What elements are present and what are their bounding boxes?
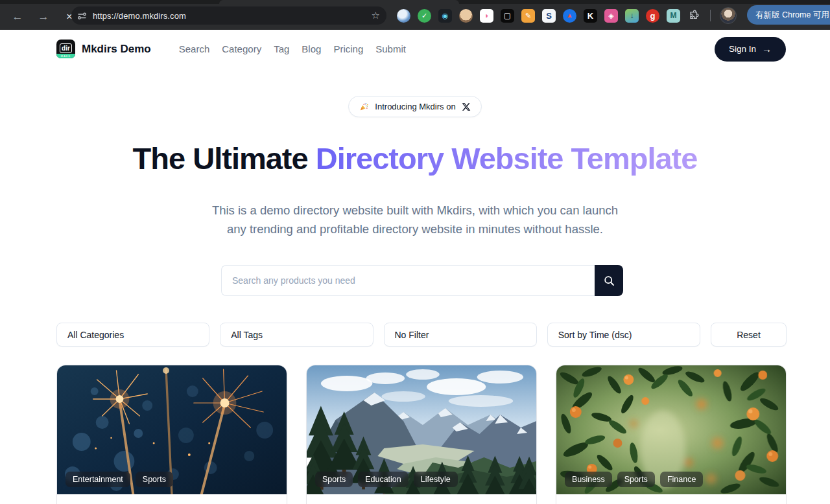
hero-description: This is a demo directory website built w… [0, 201, 830, 238]
main-nav: Search Category Tag Blog Pricing Submit [179, 43, 406, 54]
rss-reader-extension[interactable]: ◗ [480, 9, 493, 23]
listing-cards: Entertainment Sports [56, 365, 787, 504]
green-check-extension[interactable]: ✓ [418, 9, 431, 23]
page-title: The Ultimate Directory Website Template [0, 141, 830, 176]
url-bar[interactable]: https://demo.mkdirs.com ☆ [71, 6, 386, 25]
react-devtools-extension[interactable]: ◉ [438, 9, 452, 23]
title-gradient: Directory Website Template [316, 141, 698, 176]
profile-avatar[interactable] [720, 7, 737, 24]
search-bar [221, 265, 623, 296]
bookmark-star-icon[interactable]: ☆ [372, 10, 380, 21]
browser-chrome: ← → × https://demo.mkdirs.com ☆ ✓ ◉ ◗ ▢ … [0, 0, 830, 30]
nav-submit[interactable]: Submit [375, 43, 406, 54]
nav-blog[interactable]: Blog [302, 43, 321, 54]
card-image-mountain-valley: Sports Education Lifestyle [307, 365, 536, 494]
categories-dropdown[interactable]: All Categories [56, 323, 209, 347]
filter-dropdown[interactable]: No Filter [384, 323, 537, 347]
kagi-extension[interactable]: K [584, 9, 597, 23]
tag-pill[interactable]: Lifestyle [414, 472, 458, 487]
search-icon [604, 275, 615, 286]
arrow-right-icon: → [762, 43, 772, 54]
chrome-update-chip[interactable]: 有新版 Chrome 可用 [747, 5, 830, 25]
announcement-badge[interactable]: Introducing Mkdirs on [348, 96, 481, 117]
extensions-puzzle-icon[interactable] [687, 9, 701, 23]
tag-pill[interactable]: Sports [617, 472, 655, 487]
url-text[interactable]: https://demo.mkdirs.com [93, 11, 372, 21]
tag-pill[interactable]: Education [358, 472, 409, 487]
nav-tag[interactable]: Tag [274, 43, 289, 54]
site-header: dir MAKE Mkdirs Demo Search Category Tag… [0, 30, 830, 68]
search-input[interactable] [221, 265, 595, 296]
tab-strip [0, 0, 830, 4]
party-popper-icon [359, 102, 369, 111]
reset-button[interactable]: Reset [711, 323, 787, 347]
listing-card-sparklers[interactable]: Entertainment Sports [56, 365, 287, 504]
nav-pricing[interactable]: Pricing [333, 43, 363, 54]
tag-pill[interactable]: Sports [315, 472, 353, 487]
oval-logo-extension[interactable] [397, 9, 410, 23]
tag-pill[interactable]: Finance [660, 472, 703, 487]
sign-in-label: Sign In [729, 44, 756, 54]
announcement-text: Introducing Mkdirs on [375, 102, 455, 111]
sign-in-button[interactable]: Sign In → [715, 37, 786, 62]
site-logo[interactable]: dir MAKE [56, 40, 75, 58]
description-line-2: any trending and profitable directory we… [227, 222, 603, 236]
extensions-row: ✓ ◉ ◗ ▢ ✎ S ▲ K ◈ ↓ g M [397, 6, 737, 25]
sort-dropdown[interactable]: Sort by Time (dsc) [547, 323, 700, 347]
orange-notes-extension[interactable]: ✎ [521, 9, 535, 23]
page: dir MAKE Mkdirs Demo Search Category Tag… [0, 30, 830, 504]
nav-category[interactable]: Category [222, 43, 261, 54]
tag-pill[interactable]: Entertainment [65, 472, 130, 487]
tags-dropdown[interactable]: All Tags [220, 323, 373, 347]
black-frame-extension[interactable]: ▢ [501, 9, 514, 23]
logo-strip-text: MAKE [56, 54, 75, 58]
s-letter-extension[interactable]: S [542, 9, 556, 23]
site-settings-icon[interactable] [77, 11, 87, 21]
toolbar-separator [710, 10, 711, 21]
card-image-orange-grove: Business Sports Finance [556, 365, 786, 494]
logo-dir-text: dir [60, 43, 72, 53]
listing-card-oranges[interactable]: Business Sports Finance [556, 365, 787, 504]
grammar-extension[interactable]: g [646, 9, 659, 23]
forward-button[interactable]: → [35, 8, 52, 25]
card-image-sparklers-night: Entertainment Sports [57, 365, 287, 494]
x-logo-icon [462, 102, 471, 111]
back-button[interactable]: ← [9, 8, 26, 25]
active-tab-edge [219, 0, 459, 4]
downloader-extension[interactable]: ↓ [625, 9, 639, 23]
nav-search[interactable]: Search [179, 43, 210, 54]
brand-name[interactable]: Mkdirs Demo [82, 43, 151, 56]
avatar-face-extension[interactable] [459, 9, 473, 23]
tag-pill[interactable]: Sports [136, 472, 173, 487]
m-letter-extension[interactable]: M [667, 9, 680, 23]
search-button[interactable] [595, 265, 623, 296]
blue-rocket-extension[interactable]: ▲ [563, 9, 576, 23]
description-line-1: This is a demo directory website built w… [212, 203, 618, 217]
pink-person-extension[interactable]: ◈ [604, 9, 618, 23]
tag-pill[interactable]: Business [565, 472, 612, 487]
filter-row: All Categories All Tags No Filter Sort b… [56, 323, 787, 347]
listing-card-mountains[interactable]: Sports Education Lifestyle [306, 365, 537, 504]
title-plain: The Ultimate [133, 141, 316, 176]
